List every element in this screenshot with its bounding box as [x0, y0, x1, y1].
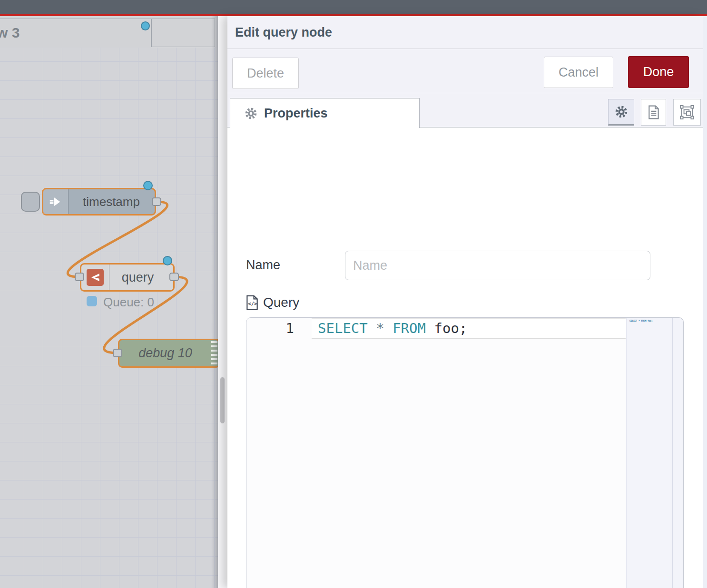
debug-input-port[interactable]: [113, 349, 122, 357]
editor-line-number: 1: [273, 320, 294, 336]
inject-arrow-icon: [49, 195, 62, 208]
sql-keyword: FROM: [393, 320, 426, 336]
sql-code-editor[interactable]: 1 SELECT * FROM foo; SELECT * FROM foo;: [246, 317, 684, 588]
node-label: debug 10: [125, 340, 206, 366]
query-changed-dot: [163, 256, 172, 265]
editor-code-line[interactable]: SELECT * FROM foo;: [318, 320, 467, 336]
edit-node-tray: Edit query node Delete Cancel Done Prope…: [227, 16, 703, 588]
done-button[interactable]: Done: [628, 56, 689, 88]
node-label: timestamp: [68, 189, 155, 214]
query-field-label: Query: [263, 295, 299, 310]
app-header-bar: [0, 0, 707, 14]
query-database-icon: [87, 269, 104, 286]
name-field-label: Name: [246, 258, 280, 273]
group-icon: [680, 105, 694, 119]
minimap-code-text: SELECT * FROM foo;: [629, 319, 653, 322]
tab-properties[interactable]: Properties: [230, 98, 420, 128]
edit-properties-button[interactable]: [608, 99, 634, 126]
gear-icon: [615, 105, 628, 118]
node-label: query: [109, 265, 167, 290]
timestamp-changed-dot: [143, 181, 153, 190]
node-debug[interactable]: debug 10: [118, 339, 218, 368]
node-timestamp[interactable]: timestamp: [42, 188, 156, 216]
delete-button[interactable]: Delete: [232, 58, 299, 89]
gear-icon: [245, 107, 257, 120]
sql-identifier: foo;: [426, 320, 467, 336]
tray-header: Edit query node: [227, 16, 703, 49]
editor-minimap[interactable]: SELECT * FROM foo;: [626, 318, 684, 588]
inject-icon-region: [43, 189, 69, 214]
query-input-port[interactable]: [75, 273, 84, 281]
sql-operator: *: [368, 320, 393, 336]
node-red-app: w 3 timestamp query: [0, 0, 707, 588]
query-output-port[interactable]: [169, 273, 179, 281]
code-file-icon: [246, 295, 258, 310]
name-input[interactable]: [345, 251, 650, 280]
minimap-divider: [672, 318, 673, 588]
query-status-dot: [87, 296, 97, 306]
query-icon-region: [81, 265, 109, 290]
node-description-button[interactable]: [641, 99, 666, 126]
node-appearance-button[interactable]: [673, 99, 701, 126]
query-status-text: Queue: 0: [103, 295, 154, 310]
canvas-scrollbar: [218, 16, 227, 588]
flow-canvas[interactable]: w 3 timestamp query: [0, 16, 218, 588]
document-icon: [648, 105, 660, 119]
canvas-edge-shadow: [211, 16, 218, 588]
inject-trigger-button[interactable]: [21, 192, 40, 212]
sidebar-edge-strip: [703, 16, 707, 588]
tab-properties-label: Properties: [264, 106, 328, 121]
timestamp-output-port[interactable]: [152, 197, 161, 206]
query-field-label-row: Query: [246, 295, 299, 310]
node-query[interactable]: query: [80, 263, 175, 292]
cancel-button[interactable]: Cancel: [544, 57, 613, 88]
canvas-scrollbar-thumb[interactable]: [220, 377, 225, 423]
sql-keyword: SELECT: [318, 320, 368, 336]
tray-content: Name Query 1 SELECT * FROM foo; SELECT *…: [227, 127, 703, 588]
tray-title: Edit query node: [235, 16, 332, 49]
